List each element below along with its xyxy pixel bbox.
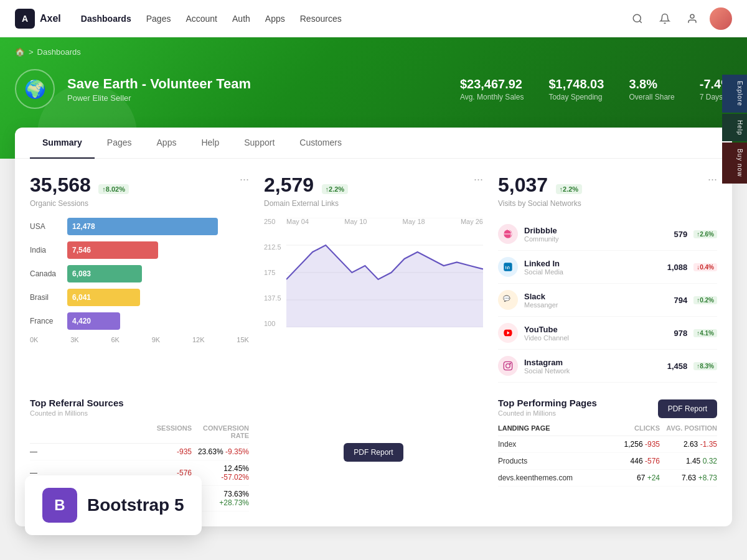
brand-name: Axel	[40, 13, 61, 24]
avatar[interactable]	[710, 7, 732, 30]
tab-summary[interactable]: Summary	[30, 128, 95, 159]
bootstrap-icon: B	[42, 488, 77, 523]
bar-row-india: India 7,546	[30, 241, 249, 259]
stat-overall-share: 3.8% Overall Share	[629, 77, 674, 101]
top-pages-header: LANDING PAGE CLICKS AVG. POSITION	[498, 424, 717, 436]
bar-row-france: France 4,420	[30, 312, 249, 330]
social-row-slack: 💬 Slack Messanger 794 ↑0.2%	[498, 284, 717, 317]
top-pages-section: Top Performing Pages Counted in Millions…	[498, 398, 717, 511]
breadcrumb: 🏠 > Dashboards	[15, 47, 732, 57]
svg-point-2	[690, 14, 694, 18]
svg-point-14	[510, 363, 510, 364]
nav-apps[interactable]: Apps	[265, 14, 285, 24]
tab-customers[interactable]: Customers	[287, 128, 354, 159]
social-row-dribbble: Dribbble Community 579 ↑2.6%	[498, 218, 717, 251]
bar-row-canada: Canada 6,083	[30, 265, 249, 282]
right-panel: Explore Help Buy now	[722, 75, 747, 184]
buy-now-button[interactable]: Buy now	[722, 142, 747, 183]
metric-social: 5,037 ↑2.2% ··· Visits by Social Network…	[498, 174, 717, 383]
tab-support[interactable]: Support	[232, 128, 287, 159]
social-row-instagram: Instagram Social Network 1,458 ↑8.3%	[498, 350, 717, 383]
tab-content: 35,568 ↑8.02% ··· Organic Sessions USA 1	[15, 159, 732, 526]
metric-header-domain: 2,579 ↑2.2% ···	[264, 174, 483, 197]
bar-chart: USA 12,478 India 7,546	[30, 218, 249, 343]
notifications-icon[interactable]	[655, 9, 675, 29]
search-icon[interactable]	[627, 9, 647, 29]
tab-pages[interactable]: Pages	[95, 128, 144, 159]
line-chart: 250 212.5 175 137.5 100	[264, 218, 483, 342]
linkedin-icon	[498, 257, 518, 277]
user-icon[interactable]	[682, 9, 702, 29]
page-row-index: Index 1,256 -935 2.63 -1.35	[498, 436, 717, 453]
referral-row-1: — -935 23.63% -9.35%	[30, 444, 249, 460]
stat-today-spending: $1,748.03 Today Spending	[548, 77, 604, 101]
brand-icon: A	[15, 9, 35, 29]
svg-text:💬: 💬	[503, 295, 510, 302]
bootstrap-label: Bootstrap 5	[87, 495, 184, 515]
pdf-report-section: PDF Report	[264, 398, 483, 511]
nav-dashboards[interactable]: Dashboards	[81, 14, 131, 24]
bar-row-usa: USA 12,478	[30, 218, 249, 235]
youtube-icon	[498, 323, 518, 343]
svg-point-13	[506, 364, 510, 368]
referral-table-header: SESSIONS CONVERSION RATE	[30, 424, 249, 444]
metric-organic-sessions: 35,568 ↑8.02% ··· Organic Sessions USA 1	[30, 174, 249, 383]
domain-badge: ↑2.2%	[322, 184, 349, 194]
home-icon: 🏠	[15, 47, 25, 57]
social-more-btn[interactable]: ···	[708, 174, 717, 185]
slack-icon: 💬	[498, 290, 518, 310]
stat-monthly-sales: $23,467.92 Avg. Monthly Sales	[460, 77, 524, 101]
page-row-products: Products 446 -576 1.45 0.32	[498, 453, 717, 470]
instagram-icon	[498, 356, 518, 376]
bar-x-axis: 0K 3K 6K 9K 12K 15K	[30, 336, 249, 343]
social-list: Dribbble Community 579 ↑2.6%	[498, 218, 717, 383]
nav-resources[interactable]: Resources	[300, 14, 342, 24]
pdf-report-button[interactable]: PDF Report	[344, 443, 403, 462]
svg-point-0	[633, 14, 641, 22]
nav-right	[627, 7, 732, 30]
svg-line-1	[639, 21, 641, 22]
nav-pages[interactable]: Pages	[146, 14, 171, 24]
bootstrap-badge: B Bootstrap 5	[25, 475, 202, 535]
metric-header-social: 5,037 ↑2.2% ···	[498, 174, 717, 197]
bar-row-brasil: Brasil 6,041	[30, 289, 249, 306]
dribbble-icon	[498, 224, 518, 244]
organic-more-btn[interactable]: ···	[240, 174, 249, 185]
social-badge: ↑2.2%	[556, 184, 583, 194]
metrics-row: 35,568 ↑8.02% ··· Organic Sessions USA 1	[30, 174, 717, 383]
svg-rect-12	[504, 362, 512, 370]
organic-badge: ↑8.02%	[98, 184, 129, 194]
nav-links: Dashboards Pages Account Auth Apps Resou…	[81, 14, 627, 24]
metric-domain-links: 2,579 ↑2.2% ··· Domain External Links 25…	[264, 174, 483, 383]
social-row-youtube: YouTube Video Channel 978 ↑4.1%	[498, 317, 717, 350]
metric-header-organic: 35,568 ↑8.02% ···	[30, 174, 249, 197]
explore-button[interactable]: Explore	[722, 75, 747, 113]
main-wrapper: Summary Pages Apps Help Support Customer…	[15, 128, 732, 526]
nav-account[interactable]: Account	[186, 14, 217, 24]
line-svg-container	[286, 218, 483, 327]
y-axis-labels: 250 212.5 175 137.5 100	[264, 218, 281, 327]
domain-more-btn[interactable]: ···	[474, 174, 483, 185]
navbar: A Axel Dashboards Pages Account Auth App…	[0, 0, 747, 37]
page-row-devs: devs.keenthemes.com 67 +24 7.63 +8.73	[498, 470, 717, 487]
tab-help[interactable]: Help	[189, 128, 232, 159]
tabs: Summary Pages Apps Help Support Customer…	[15, 128, 732, 159]
help-button[interactable]: Help	[722, 114, 747, 142]
hero-stats: $23,467.92 Avg. Monthly Sales $1,748.03 …	[460, 77, 732, 101]
top-pages-pdf-button[interactable]: PDF Report	[658, 399, 717, 418]
social-row-linkedin: Linked In Social Media 1,088 ↓0.4%	[498, 251, 717, 284]
brand[interactable]: A Axel	[15, 9, 61, 29]
main-card: Summary Pages Apps Help Support Customer…	[15, 128, 732, 526]
tab-apps[interactable]: Apps	[144, 128, 189, 159]
nav-auth[interactable]: Auth	[232, 14, 250, 24]
